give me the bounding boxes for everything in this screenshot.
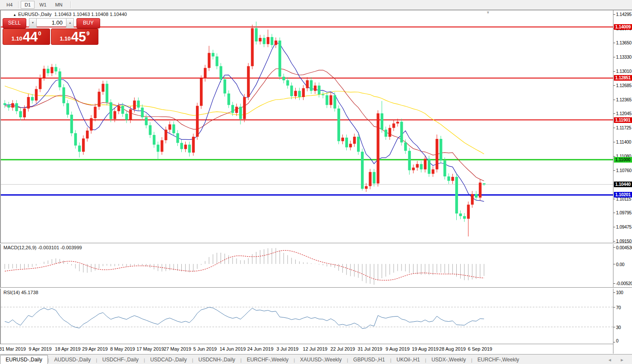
rsi-tick-label: 70 <box>616 305 632 310</box>
macd-tick-mark <box>613 283 615 284</box>
buy-price-main: 45 <box>71 31 86 44</box>
rsi-tick-mark <box>613 342 615 342</box>
price-tick-mark <box>613 199 615 199</box>
price-tick-label: 1.11725 <box>616 125 632 130</box>
volume-increase-button[interactable]: ▲ <box>66 18 74 28</box>
tab-gbpusd-h1[interactable]: GBPUSD-,H1 <box>348 355 390 364</box>
date-tick-label: 12 Jul 2019 <box>303 346 328 351</box>
date-tick-label: 9 Apr 2019 <box>28 346 51 351</box>
rsi-chart[interactable] <box>1 289 613 343</box>
date-tick-label: 8 May 2019 <box>110 346 135 351</box>
macd-chart[interactable] <box>1 244 613 286</box>
price-tick-mark <box>613 128 615 128</box>
timeframe-button-h4[interactable]: H4 <box>3 1 16 9</box>
price-level-badge: 1.12851 <box>614 75 632 81</box>
date-tick-label: 22 Jul 2019 <box>331 346 355 351</box>
price-tick-mark <box>613 227 615 227</box>
rsi-label: RSI(14) 45.1738 <box>3 290 38 295</box>
rsi-tick-label: 100 <box>616 290 632 295</box>
sell-price-prefix: 1.10 <box>11 35 22 42</box>
tab-eurchf-weekly[interactable]: EURCHF-,Weekly <box>472 355 524 364</box>
trading-terminal: H4D1W1MN ▲EURUSD-,Daily 1.10463 1.10463 … <box>0 0 632 364</box>
buy-price-sup: 9 <box>86 30 89 37</box>
date-tick-label: 18 Apr 2019 <box>55 346 80 351</box>
price-tick-label: 1.13010 <box>616 69 632 74</box>
price-tick-label: 1.12045 <box>616 111 632 116</box>
symbol-tab-bar: EURUSD-,Daily|AUDUSD-,Daily|USDCHF-,Dail… <box>0 354 632 364</box>
price-tick-mark <box>613 100 615 100</box>
rsi-tick-mark <box>613 307 615 308</box>
macd-tick-label: -0.005205 <box>616 281 632 286</box>
date-tick-label: 17 May 2019 <box>136 346 164 351</box>
chart-ohlc-values: 1.10463 1.10463 1.10408 1.10440 <box>54 12 127 17</box>
tab-usdx-weekly[interactable]: USDX-,Weekly <box>426 355 471 364</box>
price-tick-label: 1.09795 <box>616 210 632 215</box>
price-tick-label: 1.12365 <box>616 97 632 102</box>
one-click-trading-widget: SELL ▼ ▲ BUY 1.10 44 0 1.10 45 9 <box>3 18 100 45</box>
date-tick-label: 28 Aug 2019 <box>439 346 466 351</box>
price-tick-label: 1.14295 <box>616 12 632 17</box>
price-tick-mark <box>613 170 615 171</box>
date-tick-label: 5 Jun 2019 <box>193 346 217 351</box>
price-tick-label: 1.12685 <box>616 83 632 88</box>
symbol-arrow-icon: ▲ <box>13 13 16 17</box>
price-tick-mark <box>613 213 615 213</box>
date-axis: 31 Mar 20199 Apr 201918 Apr 201929 Apr 2… <box>0 344 613 354</box>
rsi-tick-mark <box>613 327 615 327</box>
buy-price-box[interactable]: 1.10 45 9 <box>51 28 98 45</box>
price-level-badge: 1.14009 <box>614 24 632 30</box>
price-tick-label: 1.13330 <box>616 54 632 60</box>
timeframe-button-w1[interactable]: W1 <box>35 1 51 9</box>
price-tick-label: 1.10760 <box>616 168 632 173</box>
rsi-tick-label: 0 <box>616 338 632 343</box>
date-tick-label: 9 Aug 2019 <box>386 346 410 351</box>
tab-eurchf-weekly[interactable]: EURCHF-,Weekly <box>242 355 294 364</box>
price-chart[interactable] <box>1 11 613 243</box>
tab-xauusd-weekly[interactable]: XAUUSD-,Weekly <box>295 355 347 364</box>
tab-usdchf-daily[interactable]: USDCHF-,Daily <box>97 355 144 364</box>
macd-tick-mark <box>613 247 615 248</box>
price-tick-label: 1.09475 <box>616 224 632 229</box>
price-level-badge: 1.10440 <box>614 182 632 187</box>
price-tick-mark <box>613 57 615 57</box>
date-tick-label: 3 Jul 2019 <box>277 346 299 351</box>
price-tick-mark <box>613 113 615 114</box>
date-tick-label: 24 Jun 2019 <box>247 346 274 351</box>
sell-price-box[interactable]: 1.10 44 0 <box>3 28 50 45</box>
toolbar-separator <box>18 1 19 8</box>
buy-button[interactable]: BUY <box>76 18 100 28</box>
macd-tick-label: 0.004536 <box>616 245 632 250</box>
tab-eurusd-daily[interactable]: EURUSD-,Daily <box>0 355 48 364</box>
macd-tick-mark <box>613 264 615 264</box>
chart-shift-marker-icon[interactable]: ▼ <box>486 10 490 15</box>
rsi-splitter[interactable] <box>0 287 632 289</box>
price-level-badge: 1.11901 <box>614 117 632 123</box>
price-tick-mark <box>613 14 615 15</box>
price-axis-border <box>613 10 613 354</box>
sell-price-sup: 0 <box>38 30 41 37</box>
volume-decrease-button[interactable]: ▼ <box>29 18 37 28</box>
price-tick-mark <box>613 241 615 242</box>
tab-usdcad-daily[interactable]: USDCAD-,Daily <box>145 355 192 364</box>
toolbar-separator <box>70 1 71 8</box>
chart-header: ▲EURUSD-,Daily 1.10463 1.10463 1.10408 1… <box>13 12 127 17</box>
date-tick-label: 31 Mar 2019 <box>0 346 26 351</box>
price-tick-label: 1.11400 <box>616 139 632 144</box>
timeframe-toolbar: H4D1W1MN <box>0 0 632 10</box>
macd-splitter[interactable] <box>0 243 632 244</box>
timeframe-button-mn[interactable]: MN <box>51 1 66 9</box>
tab-ukoil-h1[interactable]: UKOil-,H1 <box>392 355 425 364</box>
price-tick-mark <box>613 43 615 43</box>
sell-button[interactable]: SELL <box>3 18 26 28</box>
macd-tick-label: 0.00 <box>616 262 632 267</box>
timeframe-button-d1[interactable]: D1 <box>21 1 35 9</box>
price-tick-label: 1.13650 <box>616 40 632 45</box>
tab-scroll-arrows[interactable]: ◄ ► <box>607 358 632 364</box>
price-tick-mark <box>613 142 615 142</box>
tab-audusd-daily[interactable]: AUDUSD-,Daily <box>49 355 96 364</box>
chart-symbol-label: EURUSD-,Daily <box>18 12 52 17</box>
tab-usdcnh-daily[interactable]: USDCNH-,Daily <box>193 355 240 364</box>
date-tick-label: 31 Jul 2019 <box>358 346 382 351</box>
volume-input[interactable] <box>37 18 66 27</box>
date-tick-label: 19 Aug 2019 <box>412 346 439 351</box>
